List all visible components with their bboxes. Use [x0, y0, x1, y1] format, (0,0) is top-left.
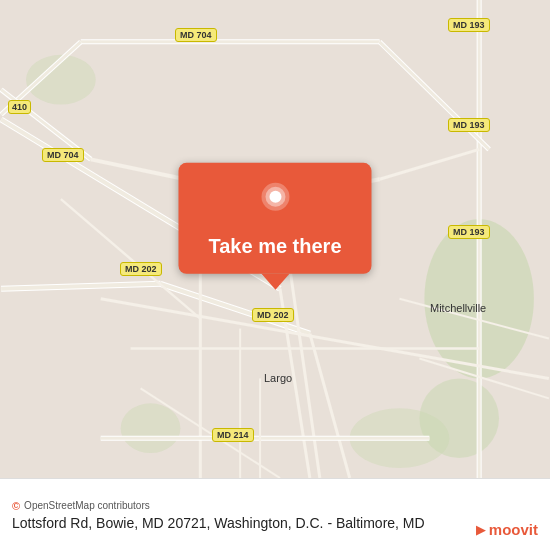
attribution-bar: © OpenStreetMap contributors: [12, 500, 538, 512]
svg-line-37: [399, 299, 548, 339]
road-label-md202-mid: MD 202: [252, 308, 294, 322]
moovit-logo: ▶ moovit: [476, 521, 538, 538]
road-label-md704-left: MD 704: [42, 148, 84, 162]
moovit-text: moovit: [489, 521, 538, 538]
svg-line-31: [380, 149, 480, 179]
road-label-md704-top: MD 704: [175, 28, 217, 42]
svg-point-1: [424, 219, 534, 378]
openstreetmap-logo: ©: [12, 500, 20, 512]
moovit-icon: ▶: [476, 522, 486, 537]
address-text: Lottsford Rd, Bowie, MD 20721, Washingto…: [12, 514, 538, 534]
svg-point-41: [269, 191, 281, 203]
svg-line-36: [141, 388, 280, 478]
road-label-md193-top: MD 193: [448, 18, 490, 32]
svg-line-15: [380, 42, 490, 150]
cta-button-label: Take me there: [208, 235, 341, 258]
map-container[interactable]: MD 704 MD 704 410 MD 193 MD 193 MD 193 M…: [0, 0, 550, 478]
svg-point-4: [121, 403, 181, 453]
road-label-md202-left: MD 202: [120, 262, 162, 276]
app-container: MD 704 MD 704 410 MD 193 MD 193 MD 193 M…: [0, 0, 550, 550]
svg-line-38: [419, 359, 548, 399]
road-label-md193-bot: MD 193: [448, 225, 490, 239]
road-label-410: 410: [8, 100, 31, 114]
road-label-md193-mid: MD 193: [448, 118, 490, 132]
bottom-bar: © OpenStreetMap contributors Lottsford R…: [0, 478, 550, 550]
openstreetmap-attribution: OpenStreetMap contributors: [24, 500, 150, 511]
place-largo: Largo: [264, 372, 292, 384]
cta-box[interactable]: Take me there: [178, 163, 371, 274]
svg-line-28: [101, 299, 549, 379]
svg-line-16: [1, 284, 160, 289]
svg-line-14: [380, 42, 490, 150]
svg-point-2: [419, 378, 499, 458]
place-mitchellville: Mitchellville: [430, 302, 486, 314]
svg-line-27: [310, 334, 350, 478]
road-label-md214: MD 214: [212, 428, 254, 442]
svg-point-5: [350, 408, 450, 468]
location-pin-icon: [257, 181, 293, 227]
cta-overlay[interactable]: Take me there: [178, 163, 371, 290]
svg-point-3: [26, 55, 96, 105]
cta-pointer: [261, 274, 289, 290]
svg-line-17: [1, 284, 160, 289]
